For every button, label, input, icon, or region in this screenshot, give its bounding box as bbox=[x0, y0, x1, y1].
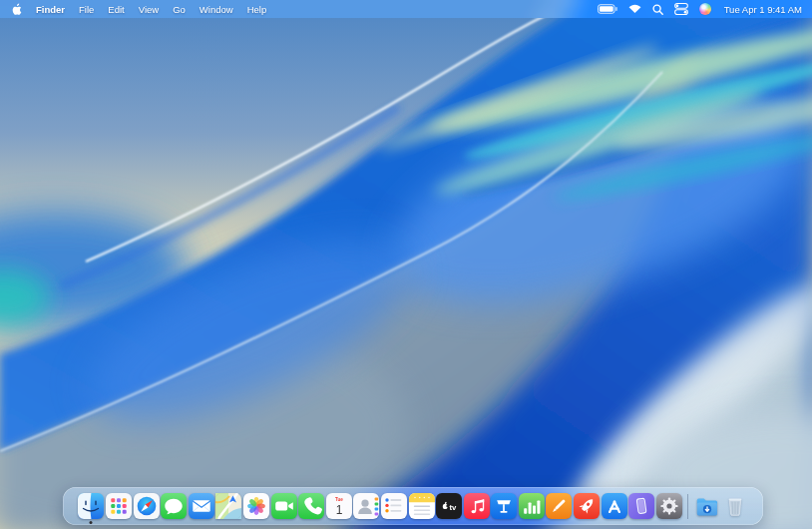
dock-app-launchpad[interactable] bbox=[106, 493, 132, 519]
dock-app-numbers[interactable] bbox=[519, 493, 545, 519]
menu-bar-left: Finder FileEditViewGoWindowHelp bbox=[8, 3, 273, 16]
dock-app-system-settings[interactable] bbox=[656, 493, 682, 519]
svg-text:1: 1 bbox=[335, 503, 342, 517]
app-menu-finder[interactable]: Finder bbox=[29, 4, 72, 15]
dock-app-maps[interactable] bbox=[215, 493, 241, 519]
menu-go[interactable]: Go bbox=[166, 4, 193, 15]
dock-app-tv[interactable]: tv bbox=[436, 493, 462, 519]
dock-app-finder[interactable] bbox=[78, 493, 104, 519]
siri-icon[interactable] bbox=[694, 3, 717, 15]
menu-list: FileEditViewGoWindowHelp bbox=[72, 4, 273, 15]
running-indicator bbox=[90, 521, 93, 524]
menu-edit[interactable]: Edit bbox=[101, 4, 131, 15]
menu-bar-clock[interactable]: Tue Apr 1 9:41 AM bbox=[717, 4, 804, 15]
dock-app-mail[interactable] bbox=[189, 493, 214, 519]
dock-app-facetime[interactable] bbox=[271, 493, 297, 519]
menu-bar-status: Tue Apr 1 9:41 AM bbox=[593, 3, 804, 15]
apple-logo-icon[interactable] bbox=[8, 3, 29, 16]
dock-app-reminders[interactable] bbox=[381, 493, 407, 519]
dock-app-calendar[interactable]: Tue1 bbox=[326, 493, 352, 519]
dock-app-contacts[interactable] bbox=[353, 493, 379, 519]
desktop-wallpaper bbox=[0, 0, 812, 529]
dock-app-photos[interactable] bbox=[243, 493, 269, 519]
dock-app-pages[interactable] bbox=[546, 493, 572, 519]
dock-app-downloads[interactable] bbox=[694, 493, 720, 519]
desktop: Finder FileEditViewGoWindowHelp bbox=[0, 0, 812, 529]
search-icon[interactable] bbox=[647, 4, 669, 15]
menu-file[interactable]: File bbox=[72, 4, 101, 15]
dock-app-messages[interactable] bbox=[161, 493, 187, 519]
dock-app-safari[interactable] bbox=[134, 493, 160, 519]
menu-view[interactable]: View bbox=[132, 4, 166, 15]
dock: Tue1tv bbox=[63, 487, 763, 525]
dock-divider bbox=[687, 494, 688, 519]
dock-app-keynote[interactable] bbox=[491, 493, 517, 519]
dock-app-phone[interactable] bbox=[298, 493, 324, 519]
control-center-icon[interactable] bbox=[669, 3, 694, 15]
dock-app-music[interactable] bbox=[464, 493, 490, 519]
svg-text:tv: tv bbox=[449, 503, 457, 512]
menu-bar: Finder FileEditViewGoWindowHelp bbox=[0, 0, 812, 18]
dock-app-iphone-mirroring[interactable] bbox=[628, 493, 654, 519]
dock-app-notes[interactable] bbox=[409, 493, 435, 519]
dock-app-app-store[interactable] bbox=[602, 493, 627, 519]
battery-icon[interactable] bbox=[593, 4, 623, 14]
dock-app-games[interactable] bbox=[574, 493, 600, 519]
menu-window[interactable]: Window bbox=[193, 4, 240, 15]
wifi-icon[interactable] bbox=[623, 4, 647, 14]
svg-text:Tue: Tue bbox=[335, 497, 343, 502]
menu-help[interactable]: Help bbox=[240, 4, 274, 15]
dock-app-trash[interactable] bbox=[722, 493, 748, 519]
